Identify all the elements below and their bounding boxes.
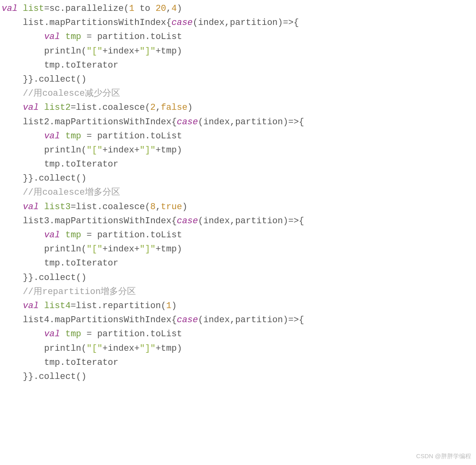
bool-false: false <box>161 103 187 113</box>
keyword-case: case <box>171 18 193 28</box>
bool-true: true <box>161 202 182 212</box>
comment: //用repartition增多分区 <box>23 287 136 297</box>
var-list: list <box>23 4 44 14</box>
var-list4: list4 <box>44 301 71 311</box>
comment: //用coalesce减少分区 <box>23 88 120 99</box>
comment: //用coalesce增多分区 <box>23 187 120 198</box>
var-list3: list3 <box>44 202 71 212</box>
string-literal: "[" <box>86 46 103 56</box>
keyword-val: val <box>2 4 18 14</box>
code-block: val list=sc.parallelize(1 to 20,4) list.… <box>0 0 476 385</box>
var-tmp: tmp <box>65 32 81 42</box>
var-list2: list2 <box>44 103 71 113</box>
